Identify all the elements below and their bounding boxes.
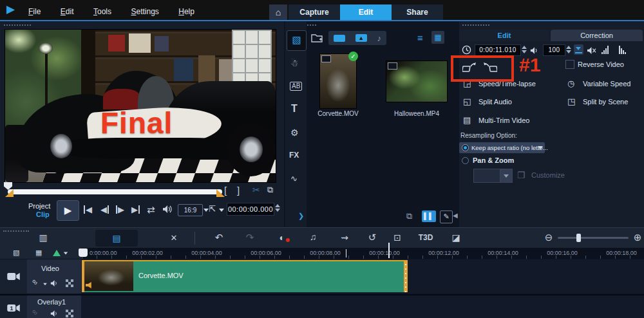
- library-clip-halloween[interactable]: [386, 61, 447, 102]
- timeline-ruler[interactable]: ▧ ▦ 0:00:00.00 00:00:02.00 00:00:04.00 0…: [0, 248, 644, 259]
- overlay-track-header[interactable]: Overlay1 ∞: [27, 295, 81, 318]
- multi-trim-label[interactable]: Multi-Trim Video: [478, 117, 529, 124]
- clip-mode-label[interactable]: Clip: [36, 210, 50, 218]
- fade-out-icon[interactable]: [619, 46, 626, 54]
- repeat-button[interactable]: ⇄: [147, 205, 155, 214]
- rail-transition-icon[interactable]: AB: [290, 82, 302, 91]
- clip-duration-field[interactable]: 0:00:11.010: [475, 44, 521, 56]
- multi-trim-icon[interactable]: ▤: [463, 115, 471, 125]
- variable-speed-label[interactable]: Variable Speed: [583, 80, 630, 88]
- rail-media-button[interactable]: ▧: [287, 30, 307, 51]
- library-clip-corvette[interactable]: ✓: [320, 54, 356, 108]
- record-capture-icon[interactable]: ◐: [276, 233, 289, 242]
- menu-edit[interactable]: Edit: [61, 7, 74, 16]
- link-icon[interactable]: ∞: [30, 307, 40, 317]
- tab-edit[interactable]: Edit: [340, 5, 392, 20]
- timeline-clip-corvette[interactable]: Corvette.MOV: [82, 260, 408, 292]
- link-icon[interactable]: ∞: [30, 277, 40, 287]
- resize-preview-button[interactable]: ⇱: [209, 205, 216, 213]
- keep-aspect-radio[interactable]: [462, 144, 469, 151]
- trim-bar[interactable]: [8, 189, 222, 194]
- title-3d-icon[interactable]: T3D: [417, 234, 434, 241]
- duration-spinner[interactable]: [522, 46, 527, 53]
- rail-graphic-icon[interactable]: ⚙: [290, 128, 299, 137]
- track-mute-icon[interactable]: [50, 308, 59, 318]
- preview-timecode[interactable]: 00:00:00.000: [227, 203, 274, 216]
- tab-capture[interactable]: Capture: [289, 5, 340, 20]
- redo-icon[interactable]: ↷: [243, 232, 256, 242]
- track-transparency-icon[interactable]: [66, 278, 73, 290]
- rail-filter-icon[interactable]: FX: [289, 151, 299, 159]
- split-screen-template-icon[interactable]: ◪: [450, 233, 462, 242]
- split-clip-icon[interactable]: ✂: [252, 185, 260, 194]
- zoom-slider-thumb[interactable]: [576, 234, 581, 242]
- library-collapse-arrow-icon[interactable]: ◀: [453, 212, 458, 219]
- track-mute-icon[interactable]: [50, 278, 59, 290]
- library-stack-button[interactable]: ⧉: [406, 212, 412, 220]
- mark-out-button[interactable]: ]: [237, 185, 240, 195]
- tools-icon[interactable]: ✕: [167, 234, 180, 242]
- track-transparency-icon[interactable]: [66, 308, 73, 318]
- split-by-scene-label[interactable]: Split by Scene: [583, 98, 628, 106]
- video-track-header[interactable]: Video ∞: [27, 259, 81, 294]
- rail-motion-path-icon[interactable]: ∿: [290, 174, 298, 183]
- filter-photo-button[interactable]: ▲: [355, 34, 367, 42]
- link-caret-icon[interactable]: [43, 283, 47, 286]
- system-volume-button[interactable]: [162, 205, 173, 216]
- ripple-caret-icon[interactable]: [64, 252, 68, 255]
- menu-tools[interactable]: Tools: [93, 7, 111, 16]
- clip-volume-field[interactable]: 100: [543, 44, 565, 56]
- resampling-dropdown[interactable]: Keep aspect ratio (no lette...: [459, 142, 545, 153]
- prev-frame-button[interactable]: ◀: [100, 205, 109, 214]
- fade-dropdown-button[interactable]: [574, 44, 583, 55]
- rail-expand-arrow-icon[interactable]: ❯: [298, 212, 304, 220]
- clip-trim-handle-right[interactable]: [404, 260, 408, 292]
- split-audio-icon[interactable]: ◱: [463, 97, 471, 106]
- reverse-video-checkbox[interactable]: [565, 60, 574, 69]
- fade-in-icon[interactable]: [601, 46, 609, 54]
- zoom-in-icon[interactable]: ⊕: [631, 232, 644, 242]
- preview-video[interactable]: Final: [5, 30, 276, 182]
- enlarge-preview-icon[interactable]: ⧉: [267, 185, 273, 194]
- undo-icon[interactable]: ↶: [213, 232, 225, 242]
- home-frame-button[interactable]: ◀: [84, 205, 92, 214]
- next-frame-button[interactable]: ▶: [116, 205, 124, 214]
- timeline-zoom-slider[interactable]: [558, 237, 629, 239]
- track-manager-icon[interactable]: ▧: [13, 249, 19, 256]
- add-folder-icon[interactable]: [311, 33, 323, 45]
- pan-zoom-radio[interactable]: [462, 157, 469, 164]
- library-edit-button[interactable]: ✎: [440, 210, 453, 223]
- library-panel-toggle[interactable]: ▌▌: [422, 210, 436, 222]
- menu-file[interactable]: File: [28, 7, 41, 16]
- motion-tracking-icon[interactable]: ⇝: [338, 233, 351, 242]
- rail-title-icon[interactable]: T: [291, 104, 298, 114]
- home-button[interactable]: ⌂: [269, 5, 287, 20]
- timecode-spinner[interactable]: [275, 204, 280, 212]
- volume-spinner[interactable]: [566, 46, 571, 53]
- aspect-ratio-button[interactable]: 16:9: [178, 204, 203, 216]
- play-button[interactable]: ▶: [57, 200, 79, 221]
- grid-view-button[interactable]: ▦: [431, 31, 444, 44]
- toolbar-drag-handle[interactable]: [3, 230, 29, 232]
- mark-in-button[interactable]: [: [224, 185, 227, 195]
- mask-creator-icon[interactable]: ⊡: [391, 233, 404, 242]
- ripple-edit-icon[interactable]: [53, 250, 61, 256]
- mute-icon[interactable]: [587, 46, 596, 57]
- filter-audio-button[interactable]: ♪: [377, 34, 382, 42]
- options-drag-handle[interactable]: [462, 24, 489, 26]
- rail-instant-project-icon[interactable]: ☃: [290, 59, 299, 68]
- split-by-scene-icon[interactable]: ◳: [567, 97, 575, 106]
- storyboard-view-icon[interactable]: ▥: [37, 233, 50, 242]
- resize-caret-icon[interactable]: [219, 209, 224, 212]
- project-mode-label[interactable]: Project: [28, 202, 50, 210]
- aspect-caret-icon[interactable]: [204, 209, 209, 212]
- variable-speed-icon[interactable]: ◷: [567, 79, 574, 88]
- menu-help[interactable]: Help: [178, 7, 194, 16]
- options-tab-correction[interactable]: Correction: [551, 30, 643, 41]
- add-track-icon[interactable]: ▦: [35, 249, 42, 256]
- playhead-marker[interactable]: [79, 248, 88, 257]
- timeline-view-button[interactable]: ▤: [95, 230, 138, 247]
- zoom-out-icon[interactable]: ⊖: [542, 232, 555, 242]
- options-tab-edit[interactable]: Edit: [459, 30, 549, 41]
- end-frame-button[interactable]: ▶: [131, 205, 140, 214]
